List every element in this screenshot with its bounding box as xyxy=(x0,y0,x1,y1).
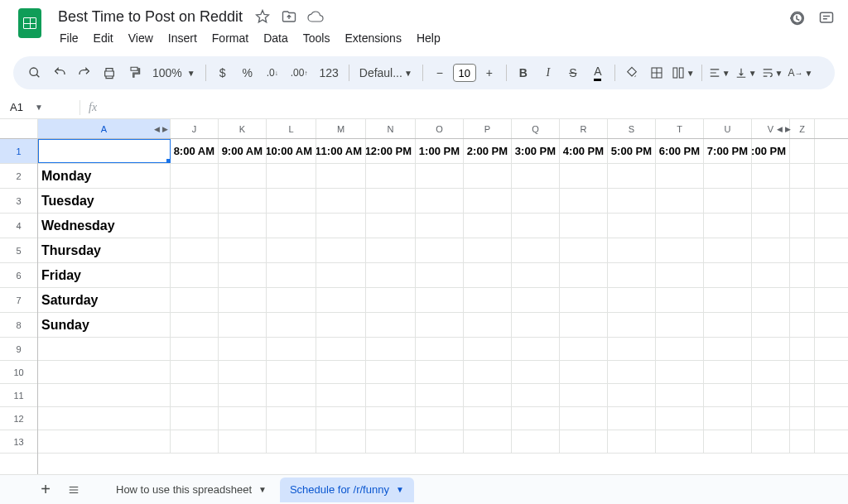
cell-U6[interactable] xyxy=(704,263,752,287)
column-header-P[interactable]: P xyxy=(464,119,512,138)
cell-J4[interactable] xyxy=(171,214,219,238)
cell-N4[interactable] xyxy=(366,214,416,238)
cell-T3[interactable] xyxy=(656,189,704,213)
cell-R5[interactable] xyxy=(560,238,608,262)
comments-icon[interactable] xyxy=(818,10,835,26)
cell-K3[interactable] xyxy=(219,189,267,213)
cell-O11[interactable] xyxy=(416,384,464,406)
cell-K4[interactable] xyxy=(219,214,267,238)
more-formats-button[interactable]: 123 xyxy=(314,61,343,84)
cell-V3[interactable] xyxy=(752,189,790,213)
cell-V9[interactable] xyxy=(752,338,790,360)
cell-Z12[interactable] xyxy=(790,407,815,430)
cell-U9[interactable] xyxy=(704,338,752,360)
column-header-U[interactable]: U xyxy=(704,119,752,138)
cell-U2[interactable] xyxy=(704,164,752,188)
cell-V12[interactable] xyxy=(752,407,790,430)
cell-L8[interactable] xyxy=(267,313,316,337)
cell-P12[interactable] xyxy=(464,407,512,430)
cell-Q10[interactable] xyxy=(512,361,560,383)
menu-file[interactable]: File xyxy=(53,28,85,48)
cell-A4[interactable]: Wednesday xyxy=(38,214,171,238)
cell-S11[interactable] xyxy=(608,384,656,406)
cell-Q5[interactable] xyxy=(512,238,560,262)
cell-U10[interactable] xyxy=(704,361,752,383)
column-scroll-arrows[interactable]: ◀ ▶ xyxy=(154,119,168,139)
cell-V11[interactable] xyxy=(752,384,790,406)
cell-Q6[interactable] xyxy=(512,263,560,287)
cell-V8[interactable] xyxy=(752,313,790,337)
cell-Q4[interactable] xyxy=(512,214,560,238)
cell-A10[interactable] xyxy=(38,361,171,383)
menu-help[interactable]: Help xyxy=(410,28,447,48)
cell-A2[interactable]: Monday xyxy=(38,164,171,188)
cell-T11[interactable] xyxy=(656,384,704,406)
search-icon[interactable] xyxy=(23,61,46,84)
cell-T4[interactable] xyxy=(656,214,704,238)
cell-Z5[interactable] xyxy=(790,238,815,262)
cell-J10[interactable] xyxy=(171,361,219,383)
cell-J12[interactable] xyxy=(171,407,219,430)
cell-R7[interactable] xyxy=(560,288,608,312)
cell-R10[interactable] xyxy=(560,361,608,383)
cell-N7[interactable] xyxy=(366,288,416,312)
cell-V4[interactable] xyxy=(752,214,790,238)
cell-Z4[interactable] xyxy=(790,214,815,238)
cell-P6[interactable] xyxy=(464,263,512,287)
cell-Z7[interactable] xyxy=(790,288,815,312)
cell-T13[interactable] xyxy=(656,430,704,453)
cell-A8[interactable]: Sunday xyxy=(38,313,171,337)
cell-T5[interactable] xyxy=(656,238,704,262)
decrease-fontsize-button[interactable]: − xyxy=(428,61,451,84)
cell-R8[interactable] xyxy=(560,313,608,337)
cell-R4[interactable] xyxy=(560,214,608,238)
cell-L2[interactable] xyxy=(267,164,316,188)
column-header-L[interactable]: L xyxy=(267,119,316,138)
cell-O7[interactable] xyxy=(416,288,464,312)
menu-extensions[interactable]: Extensions xyxy=(338,28,407,48)
column-header-M[interactable]: M xyxy=(316,119,366,138)
cell-U7[interactable] xyxy=(704,288,752,312)
cell-Q12[interactable] xyxy=(512,407,560,430)
menu-edit[interactable]: Edit xyxy=(87,28,120,48)
cell-R9[interactable] xyxy=(560,338,608,360)
cell-L6[interactable] xyxy=(267,263,316,287)
fontsize-input[interactable] xyxy=(453,64,476,82)
cell-J11[interactable] xyxy=(171,384,219,406)
cell-N8[interactable] xyxy=(366,313,416,337)
cell-K1[interactable]: 9:00 AM xyxy=(219,139,267,163)
cell-U8[interactable] xyxy=(704,313,752,337)
column-header-V[interactable]: V◀ ▶ xyxy=(752,119,790,138)
text-wrap-button[interactable]: ▼ xyxy=(760,61,785,84)
cell-S1[interactable]: 5:00 PM xyxy=(608,139,656,163)
zoom-dropdown[interactable]: 100%▼ xyxy=(147,61,200,84)
cell-Q8[interactable] xyxy=(512,313,560,337)
cell-L13[interactable] xyxy=(267,430,316,453)
cell-P7[interactable] xyxy=(464,288,512,312)
cell-O5[interactable] xyxy=(416,238,464,262)
column-header-N[interactable]: N xyxy=(366,119,416,138)
cell-P1[interactable]: 2:00 PM xyxy=(464,139,512,163)
cell-M13[interactable] xyxy=(316,430,366,453)
cell-S13[interactable] xyxy=(608,430,656,453)
cell-S8[interactable] xyxy=(608,313,656,337)
cell-Z10[interactable] xyxy=(790,361,815,383)
cell-M7[interactable] xyxy=(316,288,366,312)
cell-S9[interactable] xyxy=(608,338,656,360)
column-header-A[interactable]: A◀ ▶ xyxy=(38,119,171,138)
cell-U13[interactable] xyxy=(704,430,752,453)
cell-T9[interactable] xyxy=(656,338,704,360)
cell-O8[interactable] xyxy=(416,313,464,337)
cell-L11[interactable] xyxy=(267,384,316,406)
sheets-logo[interactable] xyxy=(13,7,46,40)
row-header-12[interactable]: 12 xyxy=(0,407,37,430)
font-dropdown[interactable]: Defaul...▼ xyxy=(354,61,417,84)
row-header-7[interactable]: 7 xyxy=(0,288,37,313)
cell-K12[interactable] xyxy=(219,407,267,430)
cell-N12[interactable] xyxy=(366,407,416,430)
cell-A6[interactable]: Friday xyxy=(38,263,171,287)
fill-color-button[interactable] xyxy=(620,61,643,84)
row-header-9[interactable]: 9 xyxy=(0,338,37,361)
cell-Z6[interactable] xyxy=(790,263,815,287)
redo-button[interactable] xyxy=(73,61,96,84)
